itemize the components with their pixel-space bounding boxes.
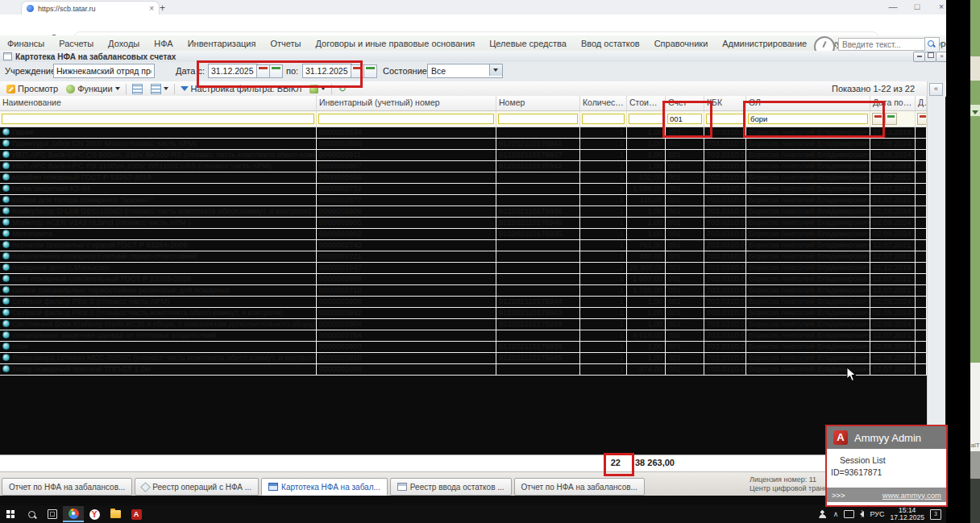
- column-header-cost[interactable]: Стоимость...: [627, 96, 666, 110]
- start-button[interactable]: [0, 506, 21, 522]
- menu-item-Доходы[interactable]: Доходы: [101, 39, 147, 48]
- refresh-button[interactable]: ↻: [334, 82, 350, 95]
- table-row[interactable]: Монитор ACER V243 HLbmd (глонасс часть А…: [0, 218, 927, 229]
- filter-input-num[interactable]: [498, 114, 578, 124]
- table-row[interactable]: ИБП APC Back-UPC RS 1100VA,230V, BR1100C…: [0, 161, 927, 172]
- menu-item-Инвентаризация[interactable]: Инвентаризация: [181, 39, 264, 48]
- filter-options-button[interactable]: [305, 82, 330, 95]
- column-header-kbk[interactable]: КБК: [704, 96, 746, 110]
- filter-input-kbk[interactable]: [706, 114, 744, 124]
- people-icon[interactable]: [819, 510, 828, 518]
- table-row[interactable]: пожарное депо с.Маньково0000001647126 90…: [0, 263, 927, 274]
- column-header-date[interactable]: Дата поступ...: [870, 96, 916, 110]
- filter-input-cost[interactable]: [629, 114, 663, 124]
- window-minimize-button[interactable]: —: [883, 2, 903, 11]
- window-maximize-button[interactable]: □: [907, 2, 927, 11]
- table-row[interactable]: стол000000390391220211017693811,00001703…: [0, 342, 927, 353]
- table-row[interactable]: кобура для топора пожарного "брезент"000…: [0, 195, 927, 206]
- table-row[interactable]: Сетевой фильтр Pilot S (глонасс часть ко…: [0, 308, 927, 319]
- bottom-tab[interactable]: Картотека НФА на забал...: [261, 478, 388, 496]
- global-search-input[interactable]: [838, 38, 927, 51]
- browser-tab[interactable]: https://scb.tatar.ru ×: [21, 1, 160, 15]
- filter-calendar-icon[interactable]: [872, 113, 884, 125]
- table-row[interactable]: перчатки трехпалые с крагой ГОСТ Р 53264…: [0, 240, 927, 251]
- table-row[interactable]: топор пожарный поясной ТПП-СТ 1,2кг00000…: [0, 364, 927, 376]
- ammyy-session-list[interactable]: Session List: [827, 449, 946, 465]
- filter-input-qty[interactable]: [582, 114, 625, 124]
- language-indicator[interactable]: РУС: [870, 510, 884, 518]
- functions-button[interactable]: Функции: [62, 82, 123, 95]
- filter-input-name[interactable]: [2, 114, 314, 124]
- tray-expand-icon[interactable]: ∧: [833, 510, 839, 518]
- column-header-inv[interactable]: Инвентарный (учетный) номер: [317, 96, 496, 110]
- menu-item-Администрирование[interactable]: Администрирование: [715, 39, 814, 48]
- bottom-tab[interactable]: Реестр операций с НФА ...: [135, 478, 259, 496]
- ammyy-expand-button[interactable]: >>>: [832, 491, 845, 500]
- filter-calendar-icon[interactable]: [917, 113, 927, 125]
- bottom-tab[interactable]: Реестр ввода остатков ...: [390, 478, 512, 496]
- column-header-d[interactable]: Д...: [916, 96, 927, 110]
- task-view-button[interactable]: [42, 506, 63, 522]
- table-row[interactable]: Сетевой фильтр Pilot S (глонасс часть АР…: [0, 297, 927, 308]
- table-row[interactable]: пояс пожарный спасательный ГОСТ Р 53268-…: [0, 274, 927, 285]
- explorer-taskbar-button[interactable]: [105, 506, 126, 522]
- date-from-input[interactable]: [208, 64, 258, 78]
- filter-settings-button[interactable]: Настройка фильтра: ВЫКЛ: [176, 82, 306, 95]
- menu-item-Справочники[interactable]: Справочники: [647, 39, 716, 48]
- table-row[interactable]: карабин пожарный ГОСТ Р 53267-2019000000…: [0, 172, 927, 184]
- filter-input-acc[interactable]: [667, 114, 702, 124]
- app-minimize-button[interactable]: [913, 52, 925, 62]
- menu-item-Ввод остатков[interactable]: Ввод остатков: [574, 39, 647, 48]
- ammyy-website-link[interactable]: www.ammyy.com: [882, 491, 941, 500]
- speaker-icon[interactable]: [860, 511, 864, 517]
- calendar-refresh-icon[interactable]: [269, 64, 283, 78]
- ammyy-taskbar-button[interactable]: A: [126, 506, 147, 522]
- menu-item-Финансы[interactable]: Финансы: [0, 39, 52, 48]
- list-button[interactable]: [128, 82, 147, 95]
- column-header-num[interactable]: Номер: [496, 96, 580, 110]
- column-header-ol[interactable]: ОЛ: [746, 96, 870, 110]
- new-tab-button[interactable]: +: [160, 2, 165, 14]
- taskbar-clock[interactable]: 15:14 17.12.2025: [890, 507, 924, 521]
- table-row[interactable]: подшлемники пожарного летний термо-огнес…: [0, 251, 927, 263]
- calendar-icon[interactable]: [256, 64, 270, 78]
- notification-icon[interactable]: 3: [930, 509, 941, 520]
- institution-input[interactable]: [53, 64, 155, 78]
- ammyy-titlebar[interactable]: A Ammyy Admin: [827, 426, 946, 449]
- bottom-tab[interactable]: Отчет по НФА на забалансов...: [514, 478, 645, 496]
- menu-item-НФА[interactable]: НФА: [147, 39, 180, 48]
- table-row[interactable]: Коммутатор D-Link DEC-1008D (глонасс час…: [0, 206, 927, 218]
- table-row[interactable]: Гарнитура Jabra GN 2000 Mono(глонасс час…: [0, 139, 927, 150]
- list-menu-button[interactable]: [147, 82, 172, 95]
- select-dropdown-button[interactable]: [489, 64, 502, 76]
- filter-input-ol[interactable]: [748, 114, 868, 124]
- table-row[interactable]: специальная защитная одежда от тепловых …: [0, 330, 927, 342]
- table-row[interactable]: каска защитная КЗ-94000000273211 285,000…: [0, 184, 927, 195]
- table-row[interactable]: ИБП APC Back-UPC CS 500VA, 230V BK500-RS…: [0, 150, 927, 161]
- app-restore-button[interactable]: [924, 52, 936, 62]
- menu-item-Договоры и иные правовые основания[interactable]: Договоры и иные правовые основания: [308, 39, 482, 48]
- table-row[interactable]: Мотопомпа000000390291220211017693511,000…: [0, 229, 927, 240]
- state-select[interactable]: Все: [427, 64, 503, 78]
- calendar-icon[interactable]: [351, 64, 364, 78]
- bottom-tab[interactable]: Отчет по НФА на забалансов...: [2, 478, 132, 496]
- table-row[interactable]: сапоги специальные термостойкие резиновы…: [0, 285, 927, 297]
- table-row[interactable]: Системный блок Kraftway credo КС36 в сбо…: [0, 319, 927, 330]
- filter-input-inv[interactable]: [318, 114, 494, 124]
- browser-taskbar-button[interactable]: [63, 506, 84, 522]
- calendar-refresh-icon[interactable]: [363, 64, 377, 78]
- column-header-acc[interactable]: Счет: [666, 96, 704, 110]
- menu-item-Целевые средства[interactable]: Целевые средства: [482, 39, 574, 48]
- tab-close-icon[interactable]: ×: [149, 4, 154, 13]
- menu-item-Отчеты[interactable]: Отчеты: [263, 39, 308, 48]
- table-row[interactable]: Гараж000000163411,00001703.0310.000...Бо…: [0, 127, 927, 139]
- collapse-panel-button[interactable]: «: [929, 83, 943, 96]
- network-icon[interactable]: [844, 510, 854, 518]
- column-header-qty[interactable]: Количество: [580, 96, 627, 110]
- table-row[interactable]: Телекамера сетевая MDC-i8250C (глонасс ч…: [0, 353, 927, 364]
- view-button[interactable]: Просмотр: [2, 82, 62, 95]
- date-to-input[interactable]: [302, 64, 352, 78]
- menu-item-Расчеты[interactable]: Расчеты: [52, 39, 101, 48]
- column-header-name[interactable]: Наименование: [0, 96, 317, 110]
- filter-calendar-refresh-icon[interactable]: [885, 113, 897, 125]
